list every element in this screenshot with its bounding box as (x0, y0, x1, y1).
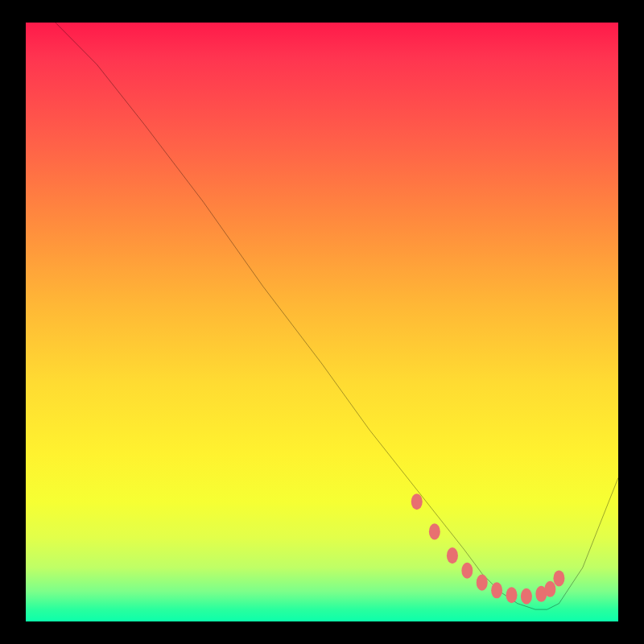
bead-marker (491, 582, 502, 598)
chart-background-gradient (26, 23, 618, 621)
bead-marker (429, 523, 440, 539)
bead-marker (544, 581, 555, 597)
bead-marker (411, 493, 423, 510)
chart-svg (26, 23, 618, 621)
bead-marker (506, 587, 518, 603)
bead-marker (447, 547, 458, 564)
bead-group (411, 493, 565, 605)
bead-marker (461, 563, 473, 579)
chart-frame (0, 0, 644, 644)
bead-marker (553, 570, 564, 586)
bead-marker (521, 588, 532, 605)
curve-path (56, 23, 618, 609)
bead-marker (477, 575, 488, 591)
